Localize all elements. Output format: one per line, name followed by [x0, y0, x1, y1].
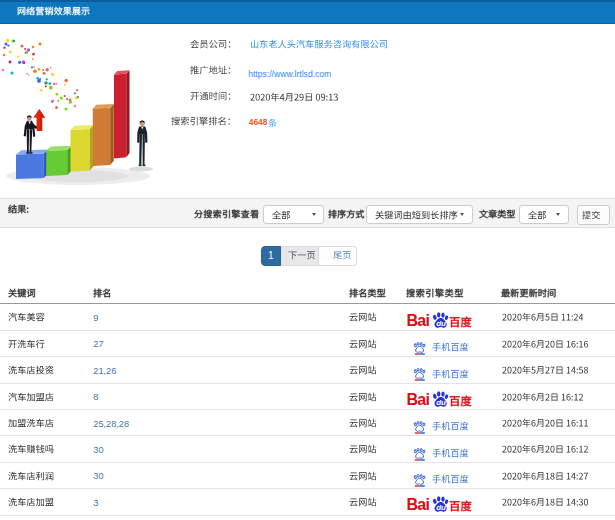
svg-text:du: du — [436, 503, 446, 512]
svg-text:du: du — [436, 319, 446, 328]
svg-text:du: du — [436, 398, 446, 407]
